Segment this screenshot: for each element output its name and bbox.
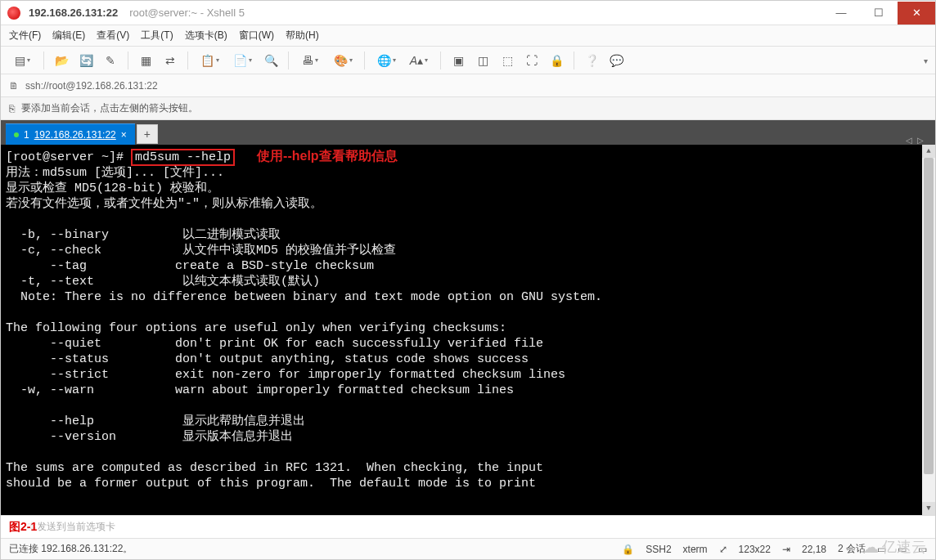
toolbar-separator [187,52,188,69]
tab-next-icon[interactable]: ▷ [917,136,924,145]
fullscreen-button[interactable]: ⛶ [521,50,542,71]
tab-status-dot-icon [14,132,19,137]
terminal-line: 若没有文件选项，或者文件处为"-"，则从标准输入读取。 [6,197,322,211]
toolbar: ▤ 📂 🔄 ✎ ▦ ⇄ 📋 📄 🔍 🖶 🎨 🌐 A▴ ▣ ◫ ⬚ ⛶ 🔒 ❔ 💬… [1,47,935,74]
paste-button[interactable]: 📄 [227,50,257,71]
scrollbar-up-icon[interactable]: ▲ [922,145,935,158]
terminal-line: The sums are computed as described in RF… [6,461,543,475]
terminal-line: The following four options are useful on… [6,321,506,335]
cursor-icon: ⇥ [782,544,790,555]
send-bar: 图2-1 本发送到当前选项卡 [1,515,935,538]
terminal-line: --status don't output anything, status c… [6,352,529,366]
close-button[interactable]: ✕ [898,2,935,25]
menu-view[interactable]: 查看(V) [97,29,129,43]
print-button[interactable]: 🖶 [295,50,325,71]
hint-text: 要添加当前会话，点击左侧的箭头按钮。 [21,101,198,115]
titlebar-app-title: root@server:~ - Xshell 5 [129,7,245,19]
terminal-command-highlight: md5sum --help [131,149,235,166]
status-size: 123x22 [739,544,771,555]
terminal-line: 用法：md5sum [选项]... [文件]... [6,166,224,180]
toolbar-separator [288,52,289,69]
reconnect-button[interactable]: 🔄 [75,50,97,71]
terminal-line: should be a former output of this progra… [6,477,536,491]
new-session-button[interactable]: ▤ [7,50,37,71]
terminal-line: --help 显示此帮助信息并退出 [6,414,305,428]
find-button[interactable]: 🔍 [260,50,281,71]
status-term-type: xterm [683,544,708,555]
terminal-line: 显示或检查 MD5(128-bit) 校验和。 [6,181,219,195]
figure-label: 图2-1 [7,520,38,535]
tab-nav: ◁ ▷ [906,136,930,145]
minimize-button[interactable]: — [822,2,860,25]
tab-close-icon[interactable]: × [121,129,127,141]
terminal-line: --strict exit non-zero for improperly fo… [6,368,565,382]
size-icon: ⤢ [719,544,727,555]
session-tab[interactable]: 1 192.168.26.131:22 × [6,123,135,145]
toolbar-separator [364,52,365,69]
lock-button[interactable]: 🔒 [546,50,567,71]
address-url[interactable]: ssh://root@192.168.26.131:22 [25,80,158,92]
scrollbar-track[interactable] [922,158,935,502]
status-bar: 已连接 192.168.26.131:22。 🔒 SSH2 xterm ⤢ 12… [1,538,935,559]
tab-label: 192.168.26.131:22 [34,129,116,141]
watermark: ☁ 亿速云 [862,537,926,557]
menu-tools[interactable]: 工具(T) [141,29,173,43]
window-controls: — ☐ ✕ [822,2,935,25]
transfer-button[interactable]: ⇄ [160,50,181,71]
help-button[interactable]: ❔ [581,50,602,71]
open-button[interactable]: 📂 [51,50,72,71]
font-button[interactable]: A▴ [404,50,434,71]
script-button[interactable]: ▣ [448,50,469,71]
menu-file[interactable]: 文件(F) [9,29,41,43]
terminal[interactable]: [root@server ~]# md5sum --help 使用--help查… [1,145,935,515]
tab-prev-icon[interactable]: ◁ [906,136,912,145]
titlebar-host: 192.168.26.131:22 [29,7,118,19]
toolbar-overflow-icon[interactable]: ▾ [919,47,932,74]
tab-strip: 1 192.168.26.131:22 × + ◁ ▷ [1,120,935,145]
scrollbar-down-icon[interactable]: ▼ [922,502,935,515]
disconnect-button[interactable]: ✎ [100,50,121,71]
hint-bar: ⎘ 要添加当前会话，点击左侧的箭头按钮。 [1,97,935,120]
status-scroll-icon: ▭ [918,544,927,555]
menu-tabs[interactable]: 选项卡(B) [185,29,227,43]
chat-button[interactable]: 💬 [605,50,627,71]
scrollbar-thumb[interactable] [924,158,934,474]
menu-help[interactable]: 帮助(H) [286,29,319,43]
split-horizontal-button[interactable]: ◫ [472,50,493,71]
toolbar-separator [43,52,44,69]
new-tab-button[interactable]: + [137,124,158,144]
terminal-line: -t, --text 以纯文本模式读取(默认) [6,275,320,289]
terminal-scrollbar[interactable]: ▲ ▼ [922,145,935,515]
terminal-line: Note: There is no difference between bin… [6,290,602,304]
status-num-icon: ▭ [898,544,907,555]
lock-icon: 🔒 [622,544,634,555]
status-cursor: 22,18 [802,544,826,555]
menu-edit[interactable]: 编辑(E) [52,29,85,43]
send-bar-hint[interactable]: 本发送到当前选项卡 [27,520,115,534]
split-vertical-button[interactable]: ⬚ [497,50,518,71]
terminal-prompt: [root@server ~]# [6,150,131,164]
toolbar-separator [440,52,441,69]
color-scheme-button[interactable]: 🎨 [328,50,358,71]
terminal-line: --version 显示版本信息并退出 [6,430,293,444]
status-protocol: SSH2 [646,544,671,555]
maximize-button[interactable]: ☐ [860,2,898,25]
terminal-line: -w, --warn warn about improperly formatt… [6,383,514,397]
titlebar: 192.168.26.131:22 root@server:~ - Xshell… [1,1,935,25]
tab-index: 1 [24,129,29,141]
properties-button[interactable]: ▦ [135,50,156,71]
menu-window[interactable]: 窗口(W) [239,29,274,43]
encoding-button[interactable]: 🌐 [371,50,401,71]
toolbar-separator [128,52,128,69]
status-cap-icon: ▭ [877,544,886,555]
menubar: 文件(F) 编辑(E) 查看(V) 工具(T) 选项卡(B) 窗口(W) 帮助(… [1,25,935,47]
terminal-line: -c, --check 从文件中读取MD5 的校验值并予以检查 [6,244,396,258]
add-session-hint-icon[interactable]: ⎘ [9,103,15,114]
terminal-line: --tag create a BSD-style checksum [6,259,374,273]
toolbar-separator [574,52,574,69]
status-connected: 已连接 192.168.26.131:22。 [9,542,133,556]
copy-button[interactable]: 📋 [195,50,224,71]
app-icon [7,7,20,20]
terminal-line: --quiet don't print OK for each successf… [6,337,543,351]
status-sessions: 2 会话 [838,542,866,556]
